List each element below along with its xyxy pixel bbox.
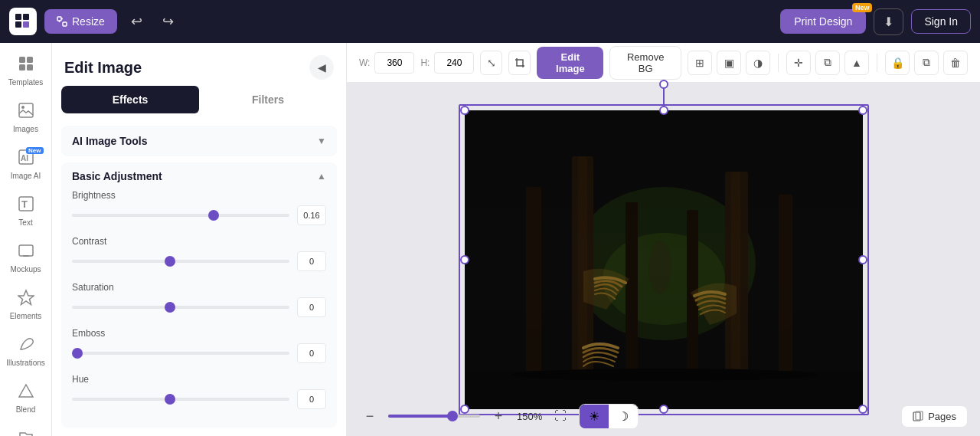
image-container[interactable] xyxy=(465,110,863,409)
brightness-controls: 0.16 xyxy=(72,205,326,225)
resize-button[interactable]: Resize xyxy=(44,9,117,34)
brightness-label: Brightness xyxy=(72,190,326,201)
emboss-thumb[interactable] xyxy=(72,348,83,359)
handle-top-mid[interactable] xyxy=(659,106,668,115)
frame-button[interactable]: ▣ xyxy=(717,51,741,75)
svg-rect-5 xyxy=(63,22,67,26)
dark-theme-button[interactable]: ☽ xyxy=(609,405,638,428)
contrast-slider[interactable] xyxy=(72,260,289,263)
ai-tools-label: AI Image Tools xyxy=(72,135,148,147)
saturation-slider[interactable] xyxy=(72,306,289,309)
move-button[interactable]: ✛ xyxy=(786,51,811,75)
w-label: W: xyxy=(359,57,370,68)
icon-sidebar: Templates Images AI Image AI New T Text xyxy=(0,43,52,436)
canvas-content[interactable] xyxy=(347,83,980,436)
hue-label: Hue xyxy=(72,374,326,385)
pages-button[interactable]: Pages xyxy=(901,405,968,428)
handle-mid-left[interactable] xyxy=(460,255,469,264)
zoom-percent: 150% xyxy=(517,411,542,422)
grid-view-button[interactable]: ⊞ xyxy=(688,51,712,75)
new-badge: New xyxy=(852,3,873,12)
svg-rect-37 xyxy=(916,411,923,420)
signin-button[interactable]: Sign In xyxy=(911,9,971,34)
sidebar-item-myfiles[interactable]: My Files xyxy=(4,423,48,436)
svg-rect-2 xyxy=(15,21,21,28)
sidebar-item-illustrations[interactable]: Illustrations xyxy=(4,329,48,373)
toolbar-divider xyxy=(778,54,779,72)
sidebar-item-images[interactable]: Images xyxy=(4,96,48,139)
svg-marker-21 xyxy=(19,385,33,397)
shape-button[interactable]: ◑ xyxy=(746,51,770,75)
contrast-thumb[interactable] xyxy=(165,256,175,267)
saturation-thumb[interactable] xyxy=(165,302,175,313)
hue-value[interactable]: 0 xyxy=(297,389,326,409)
h-label: H: xyxy=(420,57,430,68)
hue-thumb[interactable] xyxy=(165,394,175,405)
tab-filters[interactable]: Filters xyxy=(199,86,337,113)
undo-button[interactable]: ↩ xyxy=(125,10,149,33)
edit-panel: Edit Image ◀ Effects Filters AI Image To… xyxy=(52,43,347,436)
canvas-area: W: H: ⤡ Edit Image Remove BG ⊞ ▣ ◑ xyxy=(347,43,980,436)
right-tools: ⊞ ▣ ◑ ✛ ⧉ ▲ 🔒 ⧉ 🗑 xyxy=(688,51,968,75)
saturation-value[interactable]: 0 xyxy=(297,297,326,317)
brightness-thumb[interactable] xyxy=(208,210,219,221)
sidebar-item-image-ai[interactable]: AI Image AI New xyxy=(4,143,48,186)
basic-adjustment-label: Basic Adjustment xyxy=(72,170,162,182)
sidebar-item-templates[interactable]: Templates xyxy=(4,49,48,93)
emboss-label: Emboss xyxy=(72,328,326,339)
hue-slider[interactable] xyxy=(72,398,289,401)
fullscreen-button[interactable]: ⛶ xyxy=(550,405,571,427)
print-design-button[interactable]: Print Design New xyxy=(780,9,866,34)
sidebar-item-text[interactable]: T Text xyxy=(4,189,48,233)
emboss-slider[interactable] xyxy=(72,352,289,355)
height-group: H: xyxy=(420,52,474,74)
hue-row: Hue 0 xyxy=(72,374,326,409)
handle-top-right[interactable] xyxy=(858,106,867,115)
sidebar-item-mockups[interactable]: Mockups xyxy=(4,236,48,280)
lock-button[interactable]: 🔒 xyxy=(885,51,910,75)
edit-image-button[interactable]: Edit Image xyxy=(537,47,603,79)
mockups-icon xyxy=(18,242,34,263)
sidebar-item-blend[interactable]: Blend xyxy=(4,376,48,420)
layers-button[interactable]: ⧉ xyxy=(815,51,840,75)
images-label: Images xyxy=(13,125,38,133)
delete-button[interactable]: 🗑 xyxy=(943,51,968,75)
remove-bg-button[interactable]: Remove BG xyxy=(609,46,681,80)
brightness-value[interactable]: 0.16 xyxy=(297,205,326,225)
download-button[interactable]: ⬇ xyxy=(874,8,903,35)
contrast-row: Contrast 0 xyxy=(72,236,326,271)
handle-mid-right[interactable] xyxy=(858,255,867,264)
panel-content: AI Image Tools ▼ Basic Adjustment ▲ Brig… xyxy=(52,120,346,436)
tab-effects[interactable]: Effects xyxy=(61,86,199,113)
brightness-slider[interactable] xyxy=(72,214,289,217)
zoom-slider[interactable] xyxy=(388,415,480,418)
emboss-value[interactable]: 0 xyxy=(297,343,326,363)
collapse-panel-button[interactable]: ◀ xyxy=(309,55,334,80)
toolbar-divider2 xyxy=(877,54,877,72)
zoom-thumb[interactable] xyxy=(447,411,458,421)
image-ai-new-badge: New xyxy=(26,147,43,154)
logo-button[interactable] xyxy=(9,8,37,35)
svg-rect-4 xyxy=(57,17,61,21)
effects-button[interactable]: ▲ xyxy=(844,51,869,75)
top-bar: Resize ↩ ↪ Print Design New ⬇ Sign In xyxy=(0,0,980,43)
ai-image-tools-section[interactable]: AI Image Tools ▼ xyxy=(61,126,337,156)
redo-button[interactable]: ↪ xyxy=(156,10,180,33)
height-input[interactable] xyxy=(434,52,474,74)
svg-rect-35 xyxy=(465,110,863,409)
contrast-value[interactable]: 0 xyxy=(297,251,326,271)
basic-adjustment-header[interactable]: Basic Adjustment ▲ xyxy=(72,170,326,182)
zoom-out-button[interactable]: − xyxy=(359,405,381,427)
light-theme-button[interactable]: ☀ xyxy=(580,405,609,428)
duplicate-button[interactable]: ⧉ xyxy=(914,51,939,75)
crop-button[interactable] xyxy=(508,51,531,75)
rotation-handle[interactable] xyxy=(659,80,668,89)
width-input[interactable] xyxy=(374,52,414,74)
sidebar-item-elements[interactable]: Elements xyxy=(4,283,48,326)
svg-rect-12 xyxy=(19,103,33,117)
saturation-row: Saturation 0 xyxy=(72,282,326,317)
handle-top-left[interactable] xyxy=(460,106,469,115)
canvas-toolbar: W: H: ⤡ Edit Image Remove BG ⊞ ▣ ◑ xyxy=(347,43,980,83)
zoom-in-button[interactable]: + xyxy=(488,405,509,427)
expand-canvas-button[interactable]: ⤡ xyxy=(480,51,502,75)
